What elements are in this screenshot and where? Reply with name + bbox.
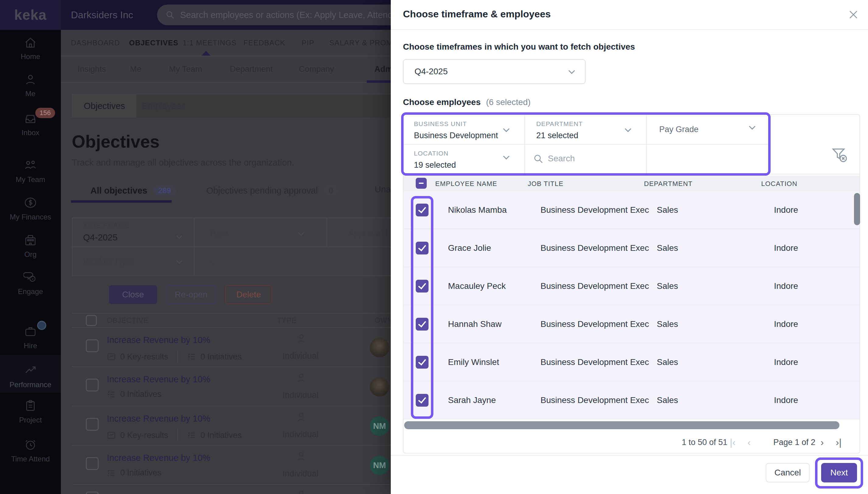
sort-icon[interactable]: ↓ [90,286,96,300]
choose-timeframe-employees-modal: Choose timeframe & employees Choose time… [391,0,868,494]
company-name[interactable]: Darksiders Inc [71,0,133,30]
col-objective: OBJECTIVE [107,317,149,325]
sidebar-item-my-team[interactable]: My Team [0,158,61,184]
objective-link[interactable]: Increase Revenue by 10% [107,453,210,463]
tab-feedback[interactable]: FEEDBACK [244,30,285,56]
owner-avatar[interactable]: NM [370,456,389,475]
tab-all-objectives[interactable]: All objectives 289 [90,185,176,197]
tab-dashboard[interactable]: DASHBOARD [71,30,120,56]
reopen-objectives-button[interactable]: Re-open [166,285,216,304]
objective-row: Increase Revenue by 10% 0 Initiatives In… [72,367,407,406]
employee-dept: Sales [657,243,678,253]
global-search-input[interactable] [180,10,393,20]
employee-checkbox[interactable] [416,204,428,216]
business-unit-value[interactable]: Business Development [414,131,498,140]
select-all-employees-checkbox[interactable] [416,178,427,189]
all-objectives-count-badge: 289 [153,185,176,197]
tab-pip[interactable]: PIP [302,30,314,56]
employee-loc: Indore [774,357,798,367]
toggle-objectives[interactable]: Objectives [73,94,136,117]
initiatives-icon [187,352,196,361]
owner-avatar[interactable]: NM [370,416,389,436]
objective-link[interactable]: Increase Revenue by 10% [107,414,210,424]
sidebar-item-me[interactable]: Me [0,73,61,98]
objective-link[interactable]: Increase Revenue by 10% [107,374,210,384]
location-label: LOCATION [414,150,449,157]
type-filter[interactable]: Type [209,228,228,238]
employee-search-input[interactable] [548,154,700,164]
key-results-icon [107,431,116,440]
sidebar: Home Me 156 Inbox My Team My Finances Or… [0,30,61,494]
employee-checkbox[interactable] [416,356,428,368]
employee-row: Sarah Jayne Business Development Executi… [404,381,860,419]
subtab-department[interactable]: Department [230,56,273,82]
employee-job: Business Development Executi [541,243,650,253]
prev-page-icon[interactable]: ‹ [748,437,751,448]
horizontal-scrollbar[interactable] [404,421,840,429]
first-page-icon[interactable]: |‹ [730,437,736,448]
subtab-insights[interactable]: Insights [78,56,106,82]
close-objectives-button[interactable]: Close [109,285,157,304]
last-page-icon[interactable]: ›| [836,437,842,448]
sidebar-item-engage[interactable]: Engage [0,270,61,296]
view-toggle: Objectives Employees [72,94,407,117]
sidebar-item-my-finances[interactable]: My Finances [0,196,61,221]
cancel-button[interactable]: Cancel [766,463,810,482]
col-type: TYPE [277,317,296,325]
row-checkbox[interactable] [86,418,99,431]
next-button[interactable]: Next [821,463,857,482]
building-icon [23,233,37,247]
subtab-me[interactable]: Me [130,56,141,82]
row-checkbox[interactable] [86,379,99,392]
row-checkbox[interactable] [86,492,99,494]
objective-search-input[interactable] [219,256,310,266]
close-icon[interactable] [847,8,861,22]
initiatives-icon [107,390,116,399]
delete-objectives-button[interactable]: Delete [225,285,272,304]
vertical-scrollbar[interactable] [854,193,860,225]
objective-link[interactable]: Increase Revenue by 10% [107,335,210,345]
objective-row: Increase Revenue by 10% 0 Key-results 0 … [72,406,407,445]
owner-avatar[interactable] [370,377,389,397]
pay-grade-filter[interactable]: Pay Grade [659,125,698,134]
employee-row: Emily Winslet Business Development Execu… [404,343,860,381]
sidebar-item-home[interactable]: Home [0,37,61,61]
location-value[interactable]: 19 selected [414,160,456,170]
timeframe-select[interactable]: Q4-2025 [403,59,585,84]
sidebar-item-hire[interactable]: Hire [0,324,61,350]
sidebar-item-time-attend[interactable]: Time Attend [0,438,61,463]
toggle-employees[interactable]: Employees [136,94,191,117]
employee-checkbox[interactable] [416,280,428,292]
select-all-checkbox[interactable] [86,315,97,326]
sidebar-item-inbox[interactable]: 156 Inbox [0,112,61,137]
keka-logo[interactable]: keka [14,7,46,23]
employee-loc: Indore [774,243,798,253]
employee-checkbox[interactable] [416,394,428,407]
owner-avatar[interactable] [370,338,389,357]
global-search[interactable] [157,4,414,25]
subtab-company[interactable]: Company [299,56,334,82]
employee-loc: Indore [774,395,798,405]
tab-objectives[interactable]: OBJECTIVES [129,30,178,56]
employee-job: Business Development Executi [541,357,650,367]
business-unit-label: BUSINESS UNIT [414,120,467,128]
sidebar-item-org[interactable]: Org [0,233,61,259]
employee-name: Sarah Jayne [448,395,496,405]
department-label: DEPARTMENT [536,120,583,128]
time-frame-value[interactable]: Q4-2025 [83,232,117,243]
worker-type-filter[interactable]: Worker Type [83,256,133,266]
department-value[interactable]: 21 selected [536,131,578,140]
objective-row: Increase Revenue by 10% 0 Initiatives In… [72,445,407,485]
row-checkbox[interactable] [86,457,99,470]
row-checkbox[interactable] [86,339,99,352]
home-icon [24,37,37,49]
employee-checkbox[interactable] [416,242,428,254]
next-page-icon[interactable]: › [821,437,824,448]
clear-filters-icon[interactable] [830,146,849,166]
sidebar-item-performance[interactable]: Performance [0,355,61,393]
chevron-down-icon [568,67,575,74]
tab-pending-approval[interactable]: Objectives pending approval 0 [206,185,339,197]
employee-checkbox[interactable] [416,318,428,330]
subtab-my-team[interactable]: My Team [169,56,202,82]
sidebar-item-project[interactable]: Project [0,399,61,424]
